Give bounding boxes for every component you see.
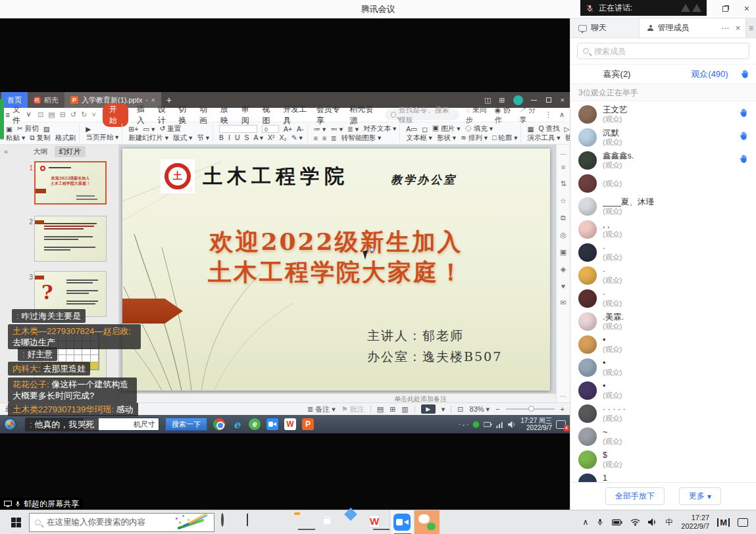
ribbon-item[interactable]: 当页开始 ▾ (86, 133, 118, 142)
panel-more-icon[interactable]: ⋯ (721, 24, 729, 33)
menu-item-7[interactable]: 视图 (262, 104, 274, 126)
wps-restore-icon[interactable] (546, 97, 551, 103)
battery-tray-icon[interactable] (612, 518, 622, 526)
antivirus-tray-icon[interactable] (472, 421, 480, 428)
tab-docer[interactable]: 稻稻壳 (28, 92, 64, 108)
ribbon-item[interactable]: ↺ 重置 (159, 124, 181, 134)
ribbon-item[interactable]: 粘贴 ▾ (6, 134, 25, 143)
tab-manage-members[interactable]: 管理成员 (640, 18, 711, 37)
ribbon-item[interactable]: U (235, 134, 240, 141)
start-orb-icon[interactable] (4, 418, 16, 431)
mic-muted-icon[interactable] (586, 4, 594, 12)
ribbon-item[interactable]: I (228, 134, 230, 141)
cortana-button[interactable] (219, 514, 235, 530)
notification-tray-icon[interactable]: 4 (556, 420, 566, 429)
ribbon-item[interactable]: ⧉ 复制 (30, 134, 50, 143)
taskbar-search-button[interactable]: 搜索一下 (165, 418, 207, 431)
tab-chat[interactable]: 聊天 (570, 18, 640, 37)
ribbon-item[interactable]: ▨ (43, 125, 50, 133)
ribbon-item[interactable]: 演示工具 ▾ (527, 134, 560, 143)
ribbon-item[interactable]: 版式 ▾ (173, 134, 192, 143)
play-dropdown-icon[interactable]: ▾ (441, 405, 445, 414)
taskbar-search-input[interactable] (45, 517, 157, 527)
wps-office-icon[interactable]: W (369, 514, 385, 530)
more-button[interactable]: 更多 ▾ (679, 487, 721, 505)
wifi-tray-icon[interactable] (630, 518, 640, 526)
ribbon-item[interactable]: S (244, 134, 249, 141)
menu-item-4[interactable]: 动画 (199, 104, 212, 126)
restore-icon[interactable] (722, 6, 728, 12)
member-row[interactable]: ~(观众) (570, 425, 756, 448)
apps-grid-icon[interactable]: ⊞ (499, 96, 505, 105)
slide-thumbnail-1[interactable]: 欢迎2022级新生加入 土木工程学院大家庭！ (34, 161, 107, 205)
layout-switch-icon[interactable]: ◫ (484, 96, 491, 105)
menu-item-2[interactable]: 设计 (157, 104, 170, 126)
ribbon-item[interactable]: ⊞+ (128, 125, 138, 133)
zoom-out-button[interactable]: − (495, 405, 499, 413)
ribbon-item[interactable]: ▭ ▾ (143, 125, 155, 133)
view-sorter-icon[interactable]: ⊞ (390, 405, 395, 414)
close-icon[interactable]: × (744, 4, 749, 13)
ribbon-item[interactable]: ▦ (527, 125, 534, 133)
slide-editor[interactable]: 土 土木工程学院 教学办公室 欢迎2022级新生加入 土木工程学院大家庭！ 主讲… (119, 145, 556, 402)
font-size-box[interactable]: 0 (262, 125, 279, 133)
zoom-slider[interactable] (506, 408, 555, 410)
sync-status[interactable]: ◌ 未同步 (466, 105, 488, 125)
tray-hidden-icons[interactable]: · - · (459, 421, 469, 428)
member-row[interactable]: (观众) (570, 172, 756, 195)
taskbar-search[interactable] (29, 513, 214, 532)
slide-thumbnail-3[interactable]: ? (34, 271, 107, 317)
tray-expand-icon[interactable]: ∧ (583, 518, 589, 527)
ribbon-item[interactable]: ≡ (322, 134, 326, 142)
ribbon-item[interactable]: 文本框 ▾ (406, 134, 432, 143)
tab-outline[interactable]: 大纲 (34, 147, 48, 157)
ribbon-item[interactable]: 形状 ▾ (437, 134, 456, 143)
ribbon-item[interactable]: ≣ ▾ (347, 125, 359, 133)
action-center-icon[interactable] (738, 518, 748, 527)
wps-minimize-icon[interactable] (531, 100, 537, 101)
ribbon-item[interactable]: ≣ (331, 134, 337, 142)
wps-close-icon[interactable]: × (561, 96, 565, 104)
ribbon-item[interactable]: A▭ (406, 125, 417, 133)
redo-icon[interactable]: ↻ (81, 110, 87, 119)
ribbon-item[interactable]: ◇ 填充 ▾ (465, 124, 493, 134)
collapse-panel-icon[interactable]: « (4, 147, 8, 155)
ribbon-item[interactable]: ≋ 排列 ▾ (461, 134, 488, 143)
rail-more-icon[interactable]: ⋯ (560, 393, 567, 400)
ribbon-item[interactable]: ✂ 剪切 (17, 124, 39, 134)
ribbon-item[interactable]: ▷ (564, 125, 569, 133)
shared-clock[interactable]: 17:27 周三 2022/9/7 (520, 417, 552, 431)
zoom-level[interactable]: 83% ▾ (470, 405, 490, 414)
side-tool-icon-4[interactable]: ◎ (560, 231, 567, 239)
side-tool-icon-8[interactable]: ✉ (560, 299, 566, 307)
menu-item-8[interactable]: 开发工具 (283, 104, 308, 126)
volume-icon[interactable] (508, 421, 517, 428)
member-row[interactable]: ·(观众) (570, 264, 756, 287)
share-button[interactable]: ↗ 分享 (519, 105, 538, 125)
member-row[interactable]: , ,(观众) (570, 218, 756, 241)
ribbon-item[interactable]: A- (297, 125, 304, 133)
ribbon-item[interactable]: 格式刷 (55, 134, 76, 143)
file-menu[interactable]: ≡ 文件 ˅ (5, 104, 31, 126)
notes-bar[interactable]: 单击此处添加备注 (119, 393, 556, 402)
more-qat-icon[interactable]: ˅ (91, 110, 95, 119)
menu-item-3[interactable]: 切换 (178, 104, 191, 126)
tencent-meeting-icon[interactable] (390, 510, 415, 534)
member-row[interactable]: 王文艺(观众) (570, 103, 756, 126)
notes-placeholder[interactable]: 单击此处添加备注 (394, 395, 447, 404)
panel-menu-icon[interactable]: ≡ (745, 18, 756, 37)
signal-icon[interactable] (496, 421, 504, 428)
member-row[interactable]: 鑫鑫鑫s.(观众) (570, 149, 756, 172)
account-avatar[interactable] (513, 95, 523, 105)
ribbon-item[interactable]: ◻ (422, 125, 428, 133)
mail-icon[interactable] (344, 514, 360, 530)
lower-all-hands-button[interactable]: 全部手放下 (605, 487, 665, 505)
ie-icon[interactable]: e (231, 418, 243, 430)
side-tool-icon-0[interactable]: ≡ (561, 163, 565, 171)
save-icon[interactable]: ⊡ (38, 110, 43, 119)
wps-presentation-icon[interactable]: P (302, 418, 314, 430)
fit-slide-icon[interactable]: ⊡ (457, 405, 463, 414)
ribbon-item[interactable]: ≔ ▾ (314, 125, 326, 133)
menu-item-5[interactable]: 放映 (220, 104, 233, 126)
member-search-input[interactable] (593, 46, 743, 57)
